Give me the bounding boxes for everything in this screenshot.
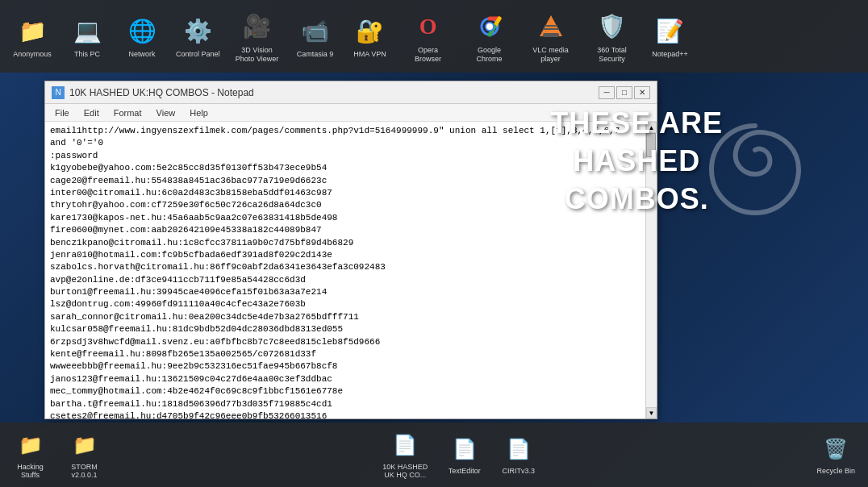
notepadpp-icon: 📝 — [653, 14, 687, 48]
taskbar-label-camtasia: Camtasia 9 — [297, 50, 334, 59]
opera-browser-icon: O — [411, 10, 445, 44]
bottom-icon-texteditor[interactable]: 📄 TextEditor — [442, 431, 486, 478]
taskbar-label-network: Network — [128, 50, 155, 59]
taskbar-label-anonymous: Anonymous — [13, 50, 52, 59]
taskbar-icon-camtasia[interactable]: 📹 Camtasia 9 — [291, 10, 340, 62]
recycle-bin-icon: 🗑️ — [821, 435, 850, 464]
taskbar-icon-vlc[interactable]: VLC media player — [524, 6, 578, 67]
taskbar-icon-network[interactable]: 🌐 Network — [118, 10, 166, 62]
menu-file[interactable]: File — [48, 106, 76, 119]
pc-icon: 💻 — [70, 14, 104, 48]
taskbar-label-3dvision: 3D Vision Photo Viewer — [233, 46, 282, 64]
taskbar-label-thispc: This PC — [74, 50, 100, 59]
taskbar-icon-anonymous[interactable]: 📁 Anonymous — [8, 10, 56, 62]
menu-format[interactable]: Format — [107, 106, 148, 119]
hma-vpn-icon: 🔐 — [353, 14, 387, 48]
network-globe-icon: 🌐 — [125, 14, 159, 48]
taskbar-icon-hma[interactable]: 🔐 HMA VPN — [346, 10, 394, 62]
maximize-button[interactable]: □ — [616, 86, 632, 99]
scroll-down-arrow[interactable]: ▼ — [646, 407, 657, 418]
notepad-title-left: N 10K HASHED UK:HQ COMBOS - Notepad — [52, 86, 254, 99]
taskbar-icon-notepadpp[interactable]: 📝 Notepad++ — [646, 10, 695, 62]
camtasia-icon: 📹 — [298, 14, 332, 48]
taskbar-icon-control-panel[interactable]: ⚙️ Control Panel — [173, 10, 223, 62]
chrome-icon — [473, 10, 507, 44]
notepad-titlebar: N 10K HASHED UK:HQ COMBOS - Notepad ─ □ … — [45, 81, 657, 104]
taskbar-icon-chrome[interactable]: Google Chrome — [462, 6, 517, 67]
taskbar-icon-opera[interactable]: O Opera Browser — [401, 6, 456, 67]
close-button[interactable]: ✕ — [634, 86, 650, 99]
bottom-label-recycle-bin: Recycle Bin — [816, 467, 855, 475]
top-taskbar: 📁 Anonymous 💻 This PC 🌐 Network ⚙️ Contr… — [0, 0, 868, 73]
taskbar-icon-thispc[interactable]: 💻 This PC — [63, 10, 111, 62]
texteditor-file-icon: 📄 — [450, 435, 479, 464]
menu-view[interactable]: View — [150, 106, 182, 119]
taskbar-icon-3dvision[interactable]: 🎥 3D Vision Photo Viewer — [230, 6, 285, 67]
taskbar-label-opera: Opera Browser — [404, 46, 453, 64]
taskbar-label-hma: HMA VPN — [353, 50, 386, 59]
taskbar-label-360security: 360 Total Security — [588, 46, 636, 64]
overlay-line2: HASHED — [550, 143, 723, 181]
taskbar-icon-360security[interactable]: 🛡️ 360 Total Security — [585, 6, 640, 67]
bottom-icon-hacking-stuffs[interactable]: 📁 Hacking Stuffs — [8, 427, 52, 482]
folder-icon: 📁 — [15, 14, 49, 48]
taskbar-label-chrome: Google Chrome — [465, 46, 514, 64]
bottom-icon-recycle-bin[interactable]: 🗑️ Recycle Bin — [812, 431, 860, 478]
vlc-icon — [534, 10, 568, 44]
svg-point-2 — [486, 23, 493, 30]
security-shield-icon: 🛡️ — [595, 10, 629, 44]
taskbar-label-control-panel: Control Panel — [176, 50, 220, 59]
bottom-label-storm: STORM v2.0.0.1 — [71, 463, 97, 479]
svg-rect-4 — [543, 33, 559, 37]
overlay-line1: THESE ARE — [550, 105, 723, 143]
10k-hashed-file-icon: 📄 — [390, 431, 419, 460]
overlay-line3: COMBOS. — [550, 181, 723, 219]
bottom-icon-storm[interactable]: 📁 STORM v2.0.0.1 — [62, 427, 106, 482]
notepad-title-text: 10K HASHED UK:HQ COMBOS - Notepad — [69, 87, 254, 98]
bottom-label-10k-hashed: 10K HASHED UK HQ CO... — [382, 463, 428, 479]
bottom-icon-10k-hashed[interactable]: 📄 10K HASHED UK HQ CO... — [378, 427, 432, 482]
titlebar-buttons: ─ □ ✕ — [599, 86, 650, 99]
minimize-button[interactable]: ─ — [599, 86, 615, 99]
bottom-taskbar: 📁 Hacking Stuffs 📁 STORM v2.0.0.1 📄 10K … — [0, 422, 868, 487]
3dvision-icon: 🎥 — [240, 10, 274, 44]
storm-folder-icon: 📁 — [70, 431, 99, 460]
control-panel-icon: ⚙️ — [181, 14, 215, 48]
hacking-stuffs-folder-icon: 📁 — [16, 431, 45, 460]
overlay-text-container: THESE ARE HASHED COMBOS. — [550, 105, 723, 218]
bottom-label-texteditor: TextEditor — [449, 467, 481, 475]
desktop: 📁 Anonymous 💻 This PC 🌐 Network ⚙️ Contr… — [0, 0, 868, 487]
menu-help[interactable]: Help — [183, 106, 215, 119]
ciritv-file-icon: 📄 — [504, 435, 533, 464]
notepad-app-icon: N — [52, 86, 65, 99]
taskbar-label-notepadpp: Notepad++ — [652, 50, 688, 59]
taskbar-label-vlc: VLC media player — [527, 46, 575, 64]
menu-edit[interactable]: Edit — [77, 106, 106, 119]
bottom-icon-ciritv[interactable]: 📄 CIRITv3.3 — [496, 431, 540, 478]
bottom-label-ciritv: CIRITv3.3 — [502, 467, 535, 475]
bottom-label-hacking-stuffs: Hacking Stuffs — [17, 463, 44, 479]
